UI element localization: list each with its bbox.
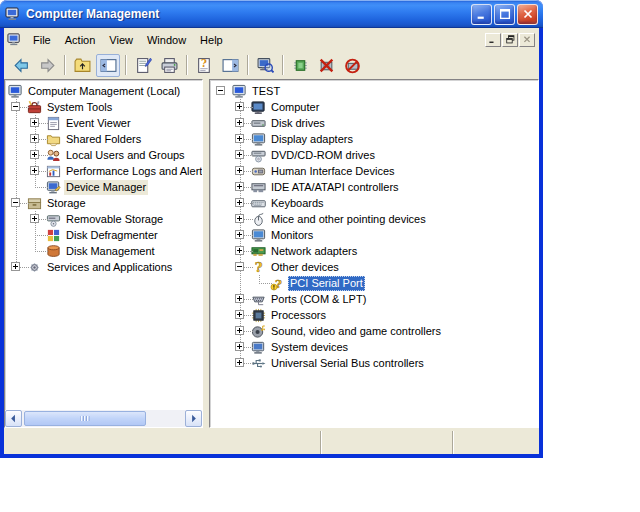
tree-item-system-devices[interactable]: System devices <box>213 339 538 355</box>
tree-item-performance-logs-and-alerts[interactable]: Performance Logs and Alerts <box>8 163 202 179</box>
expander-plus[interactable] <box>30 214 39 223</box>
back-button[interactable] <box>9 54 33 77</box>
expander-plus[interactable] <box>235 198 244 207</box>
tree-label[interactable]: Disk Defragmenter <box>64 228 160 243</box>
tree-item-ide-ata-atapi-controllers[interactable]: IDE ATA/ATAPI controllers <box>213 179 538 195</box>
menu-file[interactable]: File <box>26 32 58 48</box>
tree-item-system-tools[interactable]: System Tools <box>8 99 202 115</box>
show-console-tree-button[interactable] <box>96 54 120 77</box>
tree-label[interactable]: Sound, video and game controllers <box>269 324 443 339</box>
tree-label[interactable]: Network adapters <box>269 244 359 259</box>
expander-plus[interactable] <box>235 310 244 319</box>
tree-item-human-interface-devices[interactable]: Human Interface Devices <box>213 163 538 179</box>
tree-item-other-devices[interactable]: ?Other devices <box>213 259 538 275</box>
expander-plus[interactable] <box>30 134 39 143</box>
forward-button[interactable] <box>35 54 59 77</box>
tree-label[interactable]: Computer <box>269 100 321 115</box>
tree-label[interactable]: TEST <box>250 84 282 99</box>
expander-plus[interactable] <box>235 358 244 367</box>
mdi-minimize-button[interactable] <box>485 33 501 47</box>
tree-item-network-adapters[interactable]: Network adapters <box>213 243 538 259</box>
tree-item-disk-defragmenter[interactable]: Disk Defragmenter <box>8 227 202 243</box>
tree-label[interactable]: PCI Serial Port <box>288 276 365 291</box>
tree-label[interactable]: System Tools <box>45 100 114 115</box>
tree-label[interactable]: System devices <box>269 340 350 355</box>
tree-label[interactable]: Storage <box>45 196 88 211</box>
scroll-right-button[interactable] <box>185 410 202 427</box>
tree-item-mice-and-other-pointing-devices[interactable]: Mice and other pointing devices <box>213 211 538 227</box>
expander-plus[interactable] <box>30 118 39 127</box>
uninstall-button[interactable] <box>314 54 338 77</box>
menu-help[interactable]: Help <box>193 32 230 48</box>
tree-item-test[interactable]: TEST <box>213 83 538 99</box>
tree-item-ports-com-lpt[interactable]: Ports (COM & LPT) <box>213 291 538 307</box>
tree-label[interactable]: DVD/CD-ROM drives <box>269 148 377 163</box>
tree-label[interactable]: Ports (COM & LPT) <box>269 292 368 307</box>
expander-plus[interactable] <box>235 102 244 111</box>
expander-plus[interactable] <box>11 262 20 271</box>
tree-item-dvd-cd-rom-drives[interactable]: DVD/CD-ROM drives <box>213 147 538 163</box>
expander-plus[interactable] <box>235 294 244 303</box>
tree-label[interactable]: Services and Applications <box>45 260 174 275</box>
up-one-level-button[interactable] <box>70 54 94 77</box>
maximize-button[interactable] <box>494 4 515 25</box>
scan-hardware-button[interactable] <box>253 54 277 77</box>
expander-plus[interactable] <box>235 230 244 239</box>
help-button[interactable]: ? <box>192 54 216 77</box>
update-driver-button[interactable] <box>288 54 312 77</box>
tree-item-processors[interactable]: Processors <box>213 307 538 323</box>
tree-label[interactable]: Keyboards <box>269 196 326 211</box>
tree-label[interactable]: Universal Serial Bus controllers <box>269 356 426 371</box>
mdi-close-button[interactable] <box>519 33 535 47</box>
tree-label[interactable]: Disk Management <box>64 244 157 259</box>
tree-label[interactable]: Human Interface Devices <box>269 164 397 179</box>
tree-label[interactable]: Local Users and Groups <box>64 148 187 163</box>
tree-label[interactable]: Shared Folders <box>64 132 143 147</box>
expander-plus[interactable] <box>30 150 39 159</box>
menu-action[interactable]: Action <box>58 32 103 48</box>
expander-minus[interactable] <box>11 102 20 111</box>
tree-item-device-manager[interactable]: Device Manager <box>8 179 202 195</box>
tree-label[interactable]: Mice and other pointing devices <box>269 212 428 227</box>
expander-plus[interactable] <box>235 166 244 175</box>
expander-minus[interactable] <box>216 86 225 95</box>
tree-label[interactable]: Display adapters <box>269 132 355 147</box>
tree-label[interactable]: Other devices <box>269 260 341 275</box>
tree-item-monitors[interactable]: Monitors <box>213 227 538 243</box>
tree-item-universal-serial-bus-controllers[interactable]: Universal Serial Bus controllers <box>213 355 538 371</box>
menu-view[interactable]: View <box>102 32 140 48</box>
minimize-button[interactable] <box>471 4 492 25</box>
tree-item-sound-video-and-game-controllers[interactable]: Sound, video and game controllers <box>213 323 538 339</box>
expander-minus[interactable] <box>235 262 244 271</box>
print-button[interactable] <box>157 54 181 77</box>
tree-label[interactable]: Processors <box>269 308 328 323</box>
tree-item-computer[interactable]: Computer <box>213 99 538 115</box>
tree-label[interactable]: Event Viewer <box>64 116 133 131</box>
properties-button[interactable] <box>131 54 155 77</box>
tree-item-pci-serial-port[interactable]: ?PCI Serial Port <box>213 275 538 291</box>
close-button[interactable] <box>517 4 538 25</box>
scroll-left-button[interactable] <box>5 410 22 427</box>
scrollbar-track[interactable] <box>22 410 185 427</box>
scrollbar-thumb[interactable] <box>24 411 146 426</box>
tree-item-removable-storage[interactable]: Removable Storage <box>8 211 202 227</box>
tree-item-event-viewer[interactable]: Event Viewer <box>8 115 202 131</box>
expander-plus[interactable] <box>30 166 39 175</box>
tree-label[interactable]: Performance Logs and Alerts <box>64 164 202 179</box>
device-tree-pane[interactable]: TESTComputerDisk drivesDisplay adaptersD… <box>209 79 539 428</box>
disable-button[interactable] <box>340 54 364 77</box>
tree-label[interactable]: Device Manager <box>64 180 148 195</box>
device-tree[interactable]: TESTComputerDisk drivesDisplay adaptersD… <box>210 80 538 371</box>
tree-item-disk-management[interactable]: Disk Management <box>8 243 202 259</box>
tree-label[interactable]: Monitors <box>269 228 315 243</box>
horizontal-scrollbar[interactable] <box>5 410 202 427</box>
tree-label[interactable]: Computer Management (Local) <box>26 84 182 99</box>
tree-item-shared-folders[interactable]: Shared Folders <box>8 131 202 147</box>
tree-item-computer-management-local[interactable]: Computer Management (Local) <box>8 83 202 99</box>
expander-minus[interactable] <box>11 198 20 207</box>
menu-window[interactable]: Window <box>140 32 193 48</box>
mdi-restore-button[interactable] <box>502 33 518 47</box>
expander-plus[interactable] <box>235 182 244 191</box>
expander-plus[interactable] <box>235 214 244 223</box>
console-tree[interactable]: Computer Management (Local)System ToolsE… <box>5 80 202 410</box>
